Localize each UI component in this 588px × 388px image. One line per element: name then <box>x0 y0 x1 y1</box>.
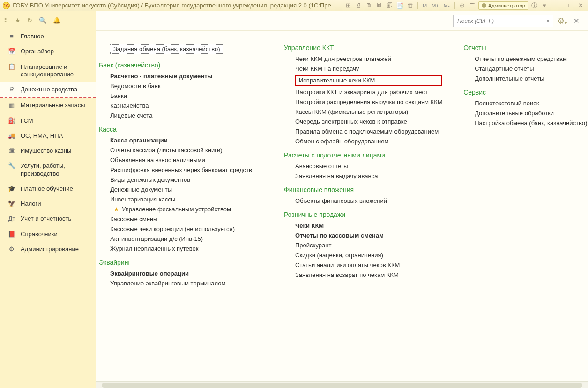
link[interactable]: Прейскурант <box>295 242 442 249</box>
exchange-tasks-link[interactable]: Задания обмена (банк, казначейство) <box>110 44 223 54</box>
sidebar-item-3[interactable]: ₽Денежные средства <box>0 82 96 98</box>
column-3: Отчеты Отчеты по денежным средствамСтанд… <box>463 40 580 128</box>
link[interactable]: Скидки (наценки, ограничения) <box>295 252 442 259</box>
window-close-button[interactable]: ✕ <box>576 1 585 10</box>
tb-m[interactable]: М <box>421 3 429 8</box>
tb-zoom-in-icon[interactable]: ⊕ <box>458 1 467 10</box>
sidebar-item-9[interactable]: 🎓Платное обучение <box>0 181 96 196</box>
sidebar-icon: 📋 <box>7 63 16 71</box>
sidebar-item-1[interactable]: 📅Органайзер <box>0 44 96 59</box>
link[interactable]: Объекты финансовых вложений <box>295 197 442 204</box>
apps-icon[interactable]: ⠿ <box>4 17 8 24</box>
link[interactable]: Настройка обмена (банк, казначейство) <box>475 119 580 127</box>
link[interactable]: Казначейства <box>110 102 262 109</box>
link[interactable]: Стандартные отчеты <box>475 65 580 72</box>
tb-calc-icon[interactable]: 🖩 <box>374 1 384 10</box>
link[interactable]: Исправительные чеки ККМ <box>295 75 442 86</box>
link[interactable]: Статьи аналитики оплаты чеков ККМ <box>295 261 442 269</box>
sidebar-item-10[interactable]: 🦅Налоги <box>0 196 96 211</box>
panel-close-button[interactable]: ✕ <box>573 17 580 25</box>
user-chip[interactable]: Администратор <box>478 1 528 10</box>
search-icon[interactable]: 🔍 <box>39 17 46 24</box>
horizontal-scrollbar[interactable] <box>96 381 588 388</box>
sidebar-item-6[interactable]: 🚚ОС, НМА, НПА <box>0 128 96 143</box>
link[interactable]: Чеки ККМ для реестров платежей <box>295 55 442 62</box>
sidebar-item-2[interactable]: 📋Планирование и санкционирование <box>0 60 96 82</box>
link[interactable]: Управление эквайринговым терминалом <box>110 280 262 287</box>
sidebar-item-7[interactable]: 🏛Имущество казны <box>0 143 96 158</box>
window-minimize-button[interactable]: — <box>555 1 565 10</box>
link[interactable]: Эквайринговые операции <box>110 270 262 277</box>
link[interactable]: Акт инвентаризации д/с (Инв-15) <box>110 235 262 242</box>
search-clear-button[interactable]: × <box>543 17 553 24</box>
link[interactable]: Журнал неоплаченных путевок <box>110 245 262 252</box>
sidebar-item-label: Администрирование <box>21 246 79 253</box>
link[interactable]: Дополнительные отчеты <box>475 75 580 82</box>
link[interactable]: Отчеты по кассовым сменам <box>295 232 442 239</box>
link[interactable]: Полнотекстовый поиск <box>475 100 580 107</box>
link[interactable]: Инвентаризация кассы <box>110 196 262 203</box>
link[interactable]: Кассовые чеки коррекции (не используется… <box>110 225 262 232</box>
sidebar-item-0[interactable]: ≡Главное <box>0 29 96 44</box>
sidebar-icon: ⛽ <box>7 117 16 125</box>
sidebar-item-5[interactable]: ⛽ГСМ <box>0 113 96 128</box>
tb-trash-icon[interactable]: 🗑 <box>405 1 415 10</box>
tb-print-icon[interactable]: 🖨 <box>354 1 363 10</box>
link[interactable]: Кассы ККМ (фискальные регистраторы) <box>295 108 442 115</box>
link[interactable]: Расшифровка внесенных через банкомат сре… <box>110 166 262 173</box>
tb-help-icon[interactable]: ⓘ <box>529 1 539 10</box>
tb-dropdown-icon[interactable]: ▾ <box>540 1 549 10</box>
history-icon[interactable]: ↻ <box>27 17 32 24</box>
tb-m-minus[interactable]: М- <box>442 3 452 8</box>
link[interactable]: Ведомости в банк <box>110 82 262 90</box>
link[interactable]: Чеки ККМ на передачу <box>295 65 442 72</box>
link[interactable]: Чеки ККМ <box>295 222 442 229</box>
sidebar-item-13[interactable]: ⚙Администрирование <box>0 242 96 257</box>
link[interactable]: Отчеты по денежным средствам <box>475 55 580 62</box>
link[interactable]: Объявления на взнос наличными <box>110 157 262 164</box>
link[interactable]: Настройки ККТ и эквайринга для рабочих м… <box>295 89 442 96</box>
link[interactable]: Управление фискальным устройством <box>122 206 231 213</box>
sidebar-item-8[interactable]: 🔧Услуги, работы, производство <box>0 158 96 181</box>
link[interactable]: Денежные документы <box>110 186 262 193</box>
link[interactable]: Расчетно - платежные документы <box>110 73 262 80</box>
tb-grid-icon[interactable]: ⊞ <box>343 1 353 10</box>
search-input[interactable] <box>454 16 543 26</box>
tb-windows-icon[interactable]: 🗔 <box>468 1 477 10</box>
group-podotch: Расчеты с подотчетными лицами <box>284 151 442 159</box>
link[interactable]: Правила обмена с подключаемым оборудован… <box>295 128 442 135</box>
link[interactable]: Касса организации <box>110 137 262 144</box>
link[interactable]: Виды денежных документов <box>110 176 262 183</box>
content-area: × ⚙▾ ✕ Задания обмена (банк, казначейств… <box>96 11 588 388</box>
sidebar-icon: ▦ <box>7 102 16 109</box>
sidebar-item-12[interactable]: 📕Справочники <box>0 227 96 242</box>
sidebar-icon: Дт <box>7 215 16 223</box>
link[interactable]: Банки <box>110 92 262 99</box>
settings-gear-icon[interactable]: ⚙▾ <box>557 16 567 26</box>
link[interactable]: Авансовые отчеты <box>295 163 442 170</box>
link[interactable]: Заявления на возврат по чекам ККМ <box>295 271 442 278</box>
link[interactable]: Лицевые счета <box>110 112 262 119</box>
favorite-icon[interactable]: ★ <box>15 17 21 24</box>
link[interactable]: Отчеты кассира (листы кассовой книги) <box>110 147 262 154</box>
sidebar-item-4[interactable]: ▦Материальные запасы <box>0 98 96 113</box>
tb-doc-icon[interactable]: 🗎 <box>364 1 373 10</box>
group-service: Сервис <box>463 89 580 96</box>
tb-copy-icon[interactable]: 🗐 <box>385 1 394 10</box>
link[interactable]: Очередь электронных чеков к отправке <box>295 118 442 125</box>
window-maximize-button[interactable]: □ <box>566 1 575 10</box>
link[interactable]: Кассовые смены <box>110 216 262 223</box>
search-box[interactable]: × <box>453 15 553 27</box>
link[interactable]: Дополнительные обработки <box>475 110 580 117</box>
group-reports: Отчеты <box>463 44 580 52</box>
link[interactable]: Заявления на выдачу аванса <box>295 172 442 179</box>
tb-m-plus[interactable]: М+ <box>430 3 441 8</box>
sidebar-icon: 📕 <box>7 231 16 238</box>
sidebar-list: ≡Главное📅Органайзер📋Планирование и санкц… <box>0 29 96 257</box>
bell-icon[interactable]: 🔔 <box>53 17 60 24</box>
link[interactable]: Настройки распределения выручки по секци… <box>295 98 442 105</box>
tb-calendar-icon[interactable]: 📑 <box>395 1 404 10</box>
link[interactable]: Обмен с офлайн оборудованием <box>295 138 442 145</box>
window-title: ГОБУ ВПО Университет искусств (Субсидия)… <box>13 2 338 9</box>
sidebar-item-11[interactable]: ДтУчет и отчетность <box>0 211 96 226</box>
